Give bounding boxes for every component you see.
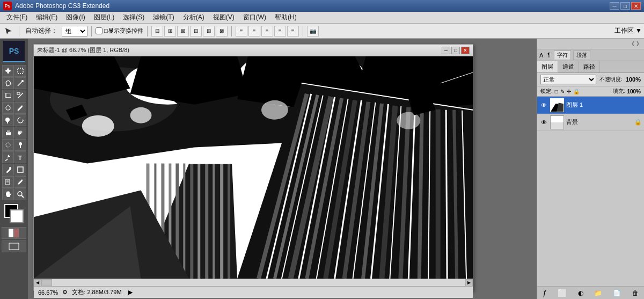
canvas-area: 未标题-1 @ 66.7% (图层 1, RGB/8) ─ □ ✕ — [28, 39, 537, 299]
dist-3[interactable]: ≡ — [261, 26, 273, 37]
screen-mode-button[interactable] — [2, 240, 26, 252]
menu-image[interactable]: 图像(I) — [62, 12, 89, 23]
show-transform-checkbox[interactable]: □显示变换控件 — [96, 27, 143, 35]
quick-mask-button[interactable] — [2, 227, 26, 239]
menu-layer[interactable]: 图层(L) — [90, 12, 119, 23]
menu-analysis[interactable]: 分析(A) — [179, 12, 209, 23]
tab-layers[interactable]: 图层 — [537, 61, 558, 72]
svg-rect-44 — [183, 164, 185, 279]
scroll-right-button[interactable]: ▶ — [465, 279, 473, 287]
align-right[interactable]: ⊠ — [177, 26, 189, 37]
type-tool[interactable]: T — [14, 151, 26, 163]
close-button[interactable]: ✕ — [631, 2, 641, 10]
menu-edit[interactable]: 编辑(E) — [32, 12, 62, 23]
layer-style-button[interactable]: ƒ — [540, 289, 549, 297]
toolbar: 自动选择： 组 图层 □显示变换控件 ⊟ ⊞ ⊠ ⊟ ⊞ ⊠ ≡ ≡ ≡ ≡ ≡… — [0, 24, 644, 39]
magic-wand-tool[interactable] — [14, 77, 26, 89]
tab-character[interactable]: 字符 — [554, 50, 571, 60]
adjustment-layer-button[interactable]: ◐ — [576, 289, 586, 297]
align-bottom[interactable]: ⊠ — [216, 26, 228, 37]
scroll-thumb[interactable] — [41, 279, 52, 286]
auto-select-dropdown[interactable]: 组 图层 — [62, 26, 87, 37]
paint-bucket-tool[interactable] — [14, 127, 26, 138]
blend-mode-dropdown[interactable]: 正常 — [540, 75, 596, 84]
char-icon[interactable]: A — [539, 52, 543, 59]
layer-group-button[interactable]: 📁 — [592, 289, 604, 297]
show-transform-input[interactable] — [96, 27, 103, 34]
layer-mask-button[interactable]: ⬜ — [555, 289, 569, 297]
layer-1-visibility[interactable]: 👁 — [539, 101, 548, 110]
healing-brush-tool[interactable] — [2, 102, 14, 114]
layer-item-background[interactable]: 👁 背景 🔒 — [537, 114, 644, 131]
menu-view[interactable]: 视图(V) — [209, 12, 239, 23]
workspace-label[interactable]: 工作区 ▼ — [614, 26, 642, 35]
slice-tool[interactable] — [14, 90, 26, 101]
dist-1[interactable]: ≡ — [236, 26, 247, 37]
lock-all-icon[interactable]: 🔒 — [573, 89, 580, 94]
pen-tool[interactable] — [2, 151, 14, 163]
menu-select[interactable]: 选择(S) — [119, 12, 149, 23]
select-tool[interactable] — [14, 65, 26, 77]
delete-layer-button[interactable]: 🗑 — [630, 289, 641, 297]
layer-1-thumbnail — [550, 98, 564, 112]
background-visibility[interactable]: 👁 — [539, 118, 548, 127]
align-middle[interactable]: ⊞ — [203, 26, 215, 37]
dodge-tool[interactable] — [14, 139, 26, 151]
collapse-button[interactable]: 《 — [629, 40, 634, 48]
tab-paths[interactable]: 路径 — [579, 61, 600, 72]
tab-paragraph[interactable]: 段落 — [573, 50, 590, 60]
align-left[interactable]: ⊟ — [151, 26, 163, 37]
dist-2[interactable]: ≡ — [248, 26, 260, 37]
document-controls[interactable]: ─ □ ✕ — [442, 47, 470, 54]
maximize-button[interactable]: □ — [620, 2, 630, 10]
lock-position-icon[interactable]: ✛ — [567, 89, 571, 94]
new-layer-button[interactable]: 📄 — [611, 289, 623, 297]
title-controls[interactable]: ─ □ ✕ — [610, 2, 641, 10]
tool-row-3 — [2, 90, 26, 101]
history-brush-tool[interactable] — [14, 114, 26, 126]
char-para-tab-bar: A ¶ 字符 段落 — [537, 49, 644, 61]
status-icon: ⚙ — [62, 289, 68, 296]
clone-stamp-tool[interactable] — [2, 114, 14, 126]
horizontal-scrollbar[interactable]: ◀ ▶ — [34, 279, 473, 286]
crop-tool[interactable] — [2, 90, 14, 101]
move-tool[interactable] — [2, 65, 14, 77]
para-icon[interactable]: ¶ — [547, 52, 550, 58]
shape-tool[interactable] — [14, 164, 26, 176]
hand-tool[interactable] — [2, 188, 14, 200]
svg-text:T: T — [18, 155, 22, 161]
svg-point-13 — [19, 142, 22, 145]
color-swatches[interactable] — [4, 204, 24, 223]
eyedropper-tool[interactable] — [14, 176, 26, 188]
lock-transparent-icon[interactable]: □ — [555, 89, 558, 94]
eraser-tool[interactable] — [2, 127, 14, 138]
doc-close-button[interactable]: ✕ — [461, 47, 470, 54]
scroll-indicator[interactable]: ▶ — [128, 289, 133, 296]
blur-tool[interactable] — [2, 139, 14, 151]
minimize-button[interactable]: ─ — [610, 2, 619, 10]
lasso-tool[interactable] — [2, 77, 14, 89]
menu-help[interactable]: 帮助(H) — [270, 12, 301, 23]
auto-select-label: 自动选择： — [23, 25, 60, 37]
path-select-tool[interactable] — [2, 164, 14, 176]
camera-icon-btn[interactable]: 📷 — [307, 26, 319, 37]
menu-file[interactable]: 文件(F) — [2, 12, 32, 23]
zoom-tool[interactable] — [14, 188, 26, 200]
layer-item-1[interactable]: 👁 图层 1 — [537, 97, 644, 114]
menu-filter[interactable]: 滤镜(T) — [149, 12, 178, 23]
tool-arrow[interactable] — [2, 26, 15, 37]
notes-tool[interactable] — [2, 176, 14, 188]
lock-image-icon[interactable]: ✎ — [560, 89, 565, 94]
doc-minimize-button[interactable]: ─ — [442, 47, 450, 54]
dist-5[interactable]: ≡ — [287, 26, 299, 37]
expand-button[interactable]: 》 — [636, 40, 642, 48]
tab-channels[interactable]: 通道 — [558, 61, 579, 72]
menu-window[interactable]: 窗口(W) — [239, 12, 270, 23]
dist-4[interactable]: ≡ — [274, 26, 286, 37]
align-top[interactable]: ⊟ — [190, 26, 202, 37]
brush-tool[interactable] — [14, 102, 26, 114]
scroll-left-button[interactable]: ◀ — [34, 279, 41, 287]
background-color[interactable] — [10, 209, 24, 223]
align-center[interactable]: ⊞ — [164, 26, 176, 37]
doc-maximize-button[interactable]: □ — [451, 47, 460, 54]
